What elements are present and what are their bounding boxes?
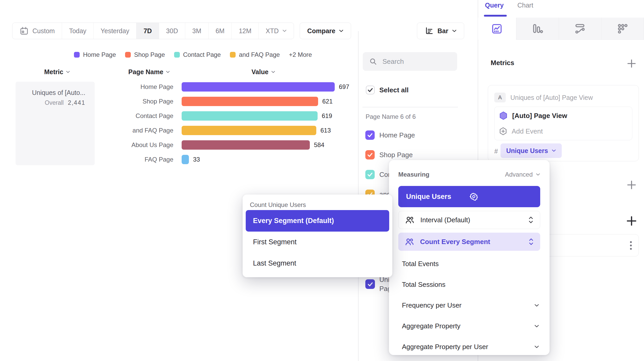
calendar-icon [19, 26, 29, 36]
tab-query[interactable]: Query [485, 2, 504, 9]
column-header-page-name[interactable]: Page Name [122, 68, 176, 76]
kebab-menu-icon[interactable] [629, 240, 633, 251]
bar-category-label: Contact Page [0, 109, 173, 123]
add-event-label: Add Event [512, 127, 543, 135]
metric-card[interactable]: A Uniques of [Auto] Page View [Auto] Pag… [488, 85, 639, 161]
filter-item-label[interactable]: Shop Page [379, 150, 413, 159]
compare-button[interactable]: Compare [300, 23, 351, 39]
segment-option-last-segment[interactable]: Last Segment [253, 256, 296, 270]
advanced-dropdown[interactable]: Advanced [505, 171, 540, 178]
bar-row: and FAQ Page613 [0, 123, 358, 138]
bar[interactable] [182, 155, 189, 164]
date-range-12m[interactable]: 12M [231, 23, 258, 39]
measuring-expandable-frequency-per-user[interactable]: Frequency per User [402, 298, 539, 313]
bar-value-label: 33 [193, 152, 200, 167]
legend-item[interactable]: Shop Page [125, 51, 165, 58]
measuring-expandable-aggregate-property[interactable]: Aggregate Property [402, 319, 539, 333]
bar[interactable] [182, 82, 335, 92]
people-icon [405, 237, 414, 246]
measuring-option-total-events[interactable]: Total Events [402, 256, 539, 271]
line-chart-icon [491, 23, 503, 35]
measuring-option-total-sessions[interactable]: Total Sessions [402, 277, 539, 292]
date-range-yesterday[interactable]: Yesterday [93, 23, 136, 39]
bar-value-label: 621 [322, 94, 333, 109]
date-range-label: 3M [192, 27, 201, 35]
measuring-expandable-aggregate-property-per-user[interactable]: Aggregate Property per User [402, 339, 539, 354]
search-input[interactable]: Search [363, 52, 457, 71]
chart-type-tab-column-chart[interactable] [516, 18, 559, 40]
select-all-label: Select all [379, 85, 409, 95]
filter-checkbox[interactable] [365, 130, 375, 140]
tab-chart[interactable]: Chart [517, 2, 533, 9]
legend-swatch-icon [230, 52, 236, 58]
bar[interactable] [182, 111, 318, 121]
segment-option-every-segment[interactable]: Every Segment (Default) [246, 210, 389, 232]
date-range-label: 12M [239, 27, 251, 35]
bar[interactable] [182, 126, 316, 135]
column-header-metric[interactable]: Metric [36, 68, 78, 76]
date-range-custom[interactable]: Custom [12, 23, 62, 39]
bar-value-label: 584 [314, 138, 324, 152]
chart-type-tab-line-chart[interactable] [478, 18, 516, 40]
segment-option-first-segment[interactable]: First Segment [253, 235, 297, 249]
chevron-down-icon [536, 173, 540, 176]
date-range-label: Yesterday [101, 27, 129, 35]
column-header-value[interactable]: Value [245, 68, 282, 76]
metric-badge: A [494, 93, 506, 102]
chart-type-dropdown[interactable]: Bar [417, 23, 464, 39]
date-range-30d[interactable]: 30D [159, 23, 185, 39]
counting-method-dropdown[interactable]: Unique Users [501, 143, 562, 158]
add-breakdown-button[interactable] [625, 215, 638, 227]
add-metric-button[interactable] [626, 58, 637, 69]
legend-item[interactable]: Contact Page [174, 51, 221, 58]
chevron-down-icon [166, 71, 170, 73]
bar-category-label: FAQ Page [0, 152, 173, 167]
measuring-option-label: Total Events [402, 260, 539, 268]
flow-chart-icon [574, 23, 586, 34]
column-chart-icon [531, 23, 543, 34]
series-checkbox[interactable] [365, 279, 375, 289]
date-range-xtd[interactable]: XTD [258, 23, 294, 39]
date-range-today[interactable]: Today [62, 23, 93, 39]
search-icon [369, 57, 377, 66]
date-range-6m[interactable]: 6M [208, 23, 232, 39]
chevron-down-icon [534, 345, 539, 348]
measuring-row-count-every-segment[interactable]: Count Every Segment [398, 233, 540, 251]
add-event-button[interactable]: Add Event [499, 123, 629, 139]
add-filter-button[interactable] [626, 179, 637, 191]
event-name: [Auto] Page View [512, 112, 567, 120]
chevron-down-icon [271, 71, 275, 73]
measuring-option-unique-users[interactable]: Unique Users [398, 186, 540, 207]
select-all-checkbox[interactable] [366, 86, 375, 94]
date-range-3m[interactable]: 3M [185, 23, 208, 39]
chart-type-tab-bar [478, 18, 644, 40]
filter-item-label[interactable]: Home Page [379, 130, 415, 140]
hexagon-event-icon [499, 111, 508, 120]
bar[interactable] [182, 97, 318, 106]
chart-type-label: Bar [437, 27, 448, 35]
stepper-icon [528, 238, 534, 246]
chart-type-tab-flow-chart[interactable] [559, 18, 601, 40]
legend-item[interactable]: Home Page [74, 51, 116, 58]
date-range-7d[interactable]: 7D [136, 23, 159, 39]
measuring-row-label: Count Every Segment [420, 238, 523, 246]
metric-card-name: Uniques of [Auto] Page View [510, 94, 593, 101]
gear-icon[interactable] [469, 192, 533, 201]
date-range-label: 7D [143, 27, 152, 35]
measuring-title: Measuring [398, 171, 429, 178]
event-row[interactable]: [Auto] Page View [499, 108, 629, 123]
measuring-row-interval-default-[interactable]: Interval (Default) [398, 211, 540, 229]
count-symbol: # [494, 148, 498, 155]
breakdown-dots-icon [616, 23, 628, 34]
selected-measuring-label: Unique Users [406, 193, 469, 201]
date-range-label: Custom [32, 27, 55, 35]
filter-checkbox[interactable] [365, 150, 375, 159]
bar-category-label: Home Page [0, 80, 173, 94]
filter-checkbox[interactable] [365, 170, 375, 179]
legend-item[interactable]: and FAQ Page [230, 51, 280, 58]
bar-row: FAQ Page33 [0, 152, 358, 167]
chart-type-tab-breakdown-dots[interactable] [601, 18, 644, 40]
bar[interactable] [182, 140, 310, 150]
hexagon-plus-icon [499, 127, 508, 136]
legend-more-button[interactable]: +2 More [289, 51, 312, 58]
